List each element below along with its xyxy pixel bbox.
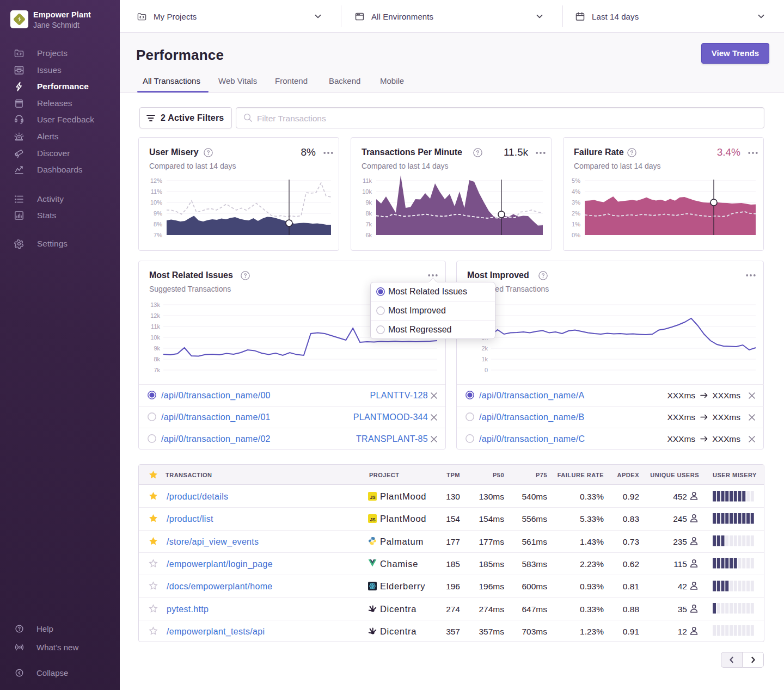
- svg-text:JS: JS: [370, 517, 376, 522]
- svg-text:JS: JS: [370, 495, 376, 500]
